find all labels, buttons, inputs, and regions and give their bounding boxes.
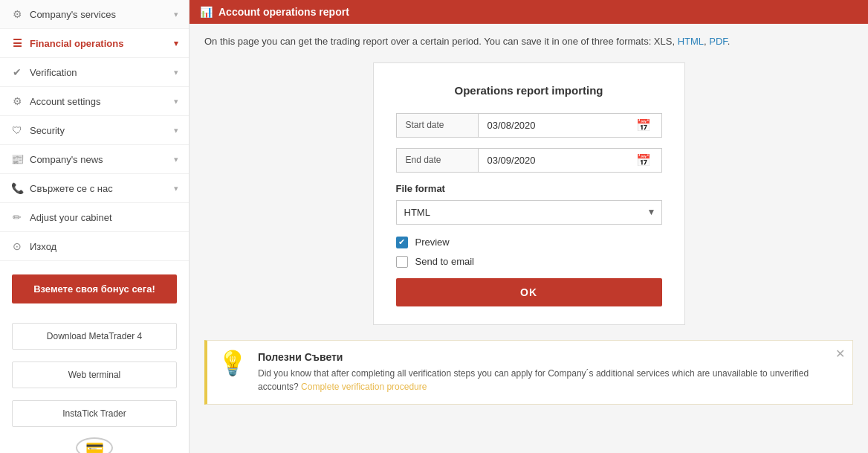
tip-title: Полезни Съвети bbox=[258, 351, 830, 363]
sidebar-icon-contact-us: 📞 bbox=[10, 182, 24, 194]
tip-verification-link[interactable]: Complete verification procedure bbox=[301, 382, 427, 392]
file-format-label: File format bbox=[396, 183, 662, 194]
file-format-select-wrapper: XLSHTMLPDF ▼ bbox=[396, 200, 662, 225]
sidebar-icon-security: 🛡 bbox=[10, 124, 24, 136]
sidebar-label-account-settings: Account settings bbox=[30, 96, 100, 107]
operations-report-form: Operations report importing Start date 📅… bbox=[373, 62, 685, 325]
sidebar-icon-account-settings: ⚙ bbox=[10, 95, 24, 107]
send-email-row: Send to email bbox=[396, 256, 662, 268]
sidebar-arrow-account-settings: ▾ bbox=[174, 97, 178, 106]
sidebar-label-company-news: Company's news bbox=[30, 154, 103, 165]
desc-link-html[interactable]: HTML bbox=[678, 36, 704, 47]
tip-text: Did you know that after completing all v… bbox=[258, 367, 830, 393]
tip-box: 💡 Полезни Съвети Did you know that after… bbox=[204, 340, 853, 405]
card-icon: 💳 bbox=[76, 437, 113, 453]
sidebar-item-verification[interactable]: ✔ Verification ▾ bbox=[0, 58, 189, 87]
sidebar-arrow-financial-operations: ▾ bbox=[174, 39, 178, 48]
ok-button[interactable]: OK bbox=[396, 278, 662, 306]
sidebar-item-exit[interactable]: ⊙ Изход bbox=[0, 232, 189, 261]
header-icon: 📊 bbox=[200, 6, 213, 18]
sidebar-item-account-settings[interactable]: ⚙ Account settings ▾ bbox=[0, 87, 189, 116]
send-email-label: Send to email bbox=[415, 256, 475, 267]
end-date-label: End date bbox=[397, 149, 479, 172]
sidebar-icon-adjust-cabinet: ✏ bbox=[10, 211, 24, 223]
start-date-input-cell: 📅 bbox=[479, 114, 661, 137]
sidebar-item-company-services[interactable]: ⚙ Company's services ▾ bbox=[0, 0, 189, 29]
desc-link-pdf[interactable]: PDF bbox=[709, 36, 728, 47]
sidebar-item-financial-operations[interactable]: ☰ Financial operations ▾ bbox=[0, 29, 189, 58]
end-date-calendar-icon[interactable]: 📅 bbox=[632, 149, 655, 172]
file-format-select[interactable]: XLSHTMLPDF bbox=[396, 200, 662, 225]
sidebar-label-adjust-cabinet: Adjust your cabinet bbox=[30, 212, 112, 223]
sidebar-label-security: Security bbox=[30, 125, 65, 136]
sidebar-item-security[interactable]: 🛡 Security ▾ bbox=[0, 116, 189, 145]
desc-text-before: On this page you can get the trading rep… bbox=[204, 36, 678, 47]
sidebar-arrow-verification: ▾ bbox=[174, 68, 178, 77]
form-title: Operations report importing bbox=[396, 84, 662, 97]
end-date-input-cell: 📅 bbox=[479, 149, 661, 172]
start-date-row: Start date 📅 bbox=[396, 113, 662, 138]
sidebar-arrow-contact-us: ▾ bbox=[174, 184, 178, 193]
page-header-bar: 📊 Account operations report bbox=[190, 0, 868, 24]
end-date-input[interactable] bbox=[485, 149, 632, 172]
sidebar-label-financial-operations: Financial operations bbox=[30, 38, 123, 49]
sidebar-item-adjust-cabinet[interactable]: ✏ Adjust your cabinet bbox=[0, 203, 189, 232]
tip-content: Полезни Съвети Did you know that after c… bbox=[258, 351, 830, 393]
sidebar-arrow-company-news: ▾ bbox=[174, 155, 178, 164]
sidebar-item-company-news[interactable]: 📰 Company's news ▾ bbox=[0, 145, 189, 174]
start-date-label: Start date bbox=[397, 114, 479, 137]
web-terminal-button[interactable]: Web terminal bbox=[12, 362, 177, 388]
sidebar-item-contact-us[interactable]: 📞 Свържете се с нас ▾ bbox=[0, 174, 189, 203]
main-content: 📊 Account operations report On this page… bbox=[190, 0, 868, 453]
sidebar-icon-verification: ✔ bbox=[10, 66, 24, 78]
sidebar-icon-financial-operations: ☰ bbox=[10, 37, 24, 49]
preview-label: Preview bbox=[415, 237, 450, 248]
sidebar-icon-company-news: 📰 bbox=[10, 153, 24, 165]
tip-lightbulb-icon: 💡 bbox=[218, 351, 247, 375]
sidebar-icon-company-services: ⚙ bbox=[10, 8, 24, 20]
sidebar-arrow-security: ▾ bbox=[174, 126, 178, 135]
sidebar: ⚙ Company's services ▾ ☰ Financial opera… bbox=[0, 0, 190, 453]
sidebar-label-verification: Verification bbox=[30, 67, 77, 78]
start-date-calendar-icon[interactable]: 📅 bbox=[632, 114, 655, 137]
metatrader-button[interactable]: Download MetaTrader 4 bbox=[12, 323, 177, 350]
preview-checkbox[interactable]: ✔ bbox=[396, 237, 408, 248]
tip-close-button[interactable]: ✕ bbox=[835, 348, 845, 360]
bonus-button[interactable]: Вземете своя бонус сега! bbox=[12, 274, 177, 303]
preview-row: ✔ Preview bbox=[396, 237, 662, 248]
sidebar-arrow-company-services: ▾ bbox=[174, 10, 178, 19]
sidebar-label-contact-us: Свържете се с нас bbox=[30, 183, 113, 194]
end-date-row: End date 📅 bbox=[396, 148, 662, 173]
start-date-input[interactable] bbox=[485, 114, 632, 137]
send-email-checkbox[interactable] bbox=[396, 256, 408, 268]
sidebar-icon-exit: ⊙ bbox=[10, 240, 24, 252]
sidebar-label-exit: Изход bbox=[30, 241, 56, 252]
sidebar-label-company-services: Company's services bbox=[30, 9, 116, 20]
instatick-button[interactable]: InstaTick Trader bbox=[12, 400, 177, 427]
page-title: Account operations report bbox=[218, 6, 349, 18]
page-description: On this page you can get the trading rep… bbox=[204, 34, 853, 49]
